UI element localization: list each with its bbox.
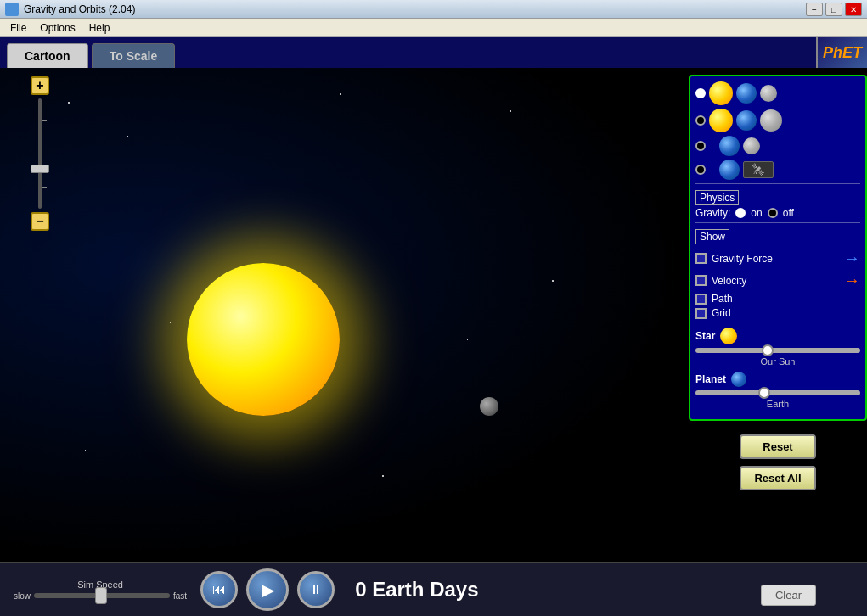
planet-slider-track[interactable] [695,390,860,395]
gravity-force-checkbox[interactable] [695,253,707,264]
velocity-label: Velocity [712,275,838,287]
preset-row-4: 🛰 [695,160,860,180]
panel-buttons: Reset Reset All [689,428,867,497]
reset-all-button[interactable]: Reset All [740,466,816,490]
show-grid: Grid [695,307,860,319]
preset-row-1 [695,81,860,105]
tab-cartoon[interactable]: Cartoon [7,43,88,68]
star-slider-track[interactable] [695,348,860,353]
window-controls: − □ ✕ [806,3,862,16]
panel-divider-2 [695,222,860,223]
show-path: Path [695,293,860,305]
planet-slider-thumb[interactable] [758,387,770,399]
bottom-bar: Sim Speed slow fast ⏮ ▶ ⏸ 0 Earth Days C… [0,562,867,616]
preset-sun-icon-2 [709,109,733,132]
speed-track-row: slow fast [14,591,187,601]
preset-sun-icon-1 [709,81,733,105]
preset-moon-icon-1 [760,85,777,102]
grid-label: Grid [712,307,731,319]
close-button[interactable]: ✕ [845,3,862,16]
planet-size-icon [731,372,746,387]
main-area: + − [0,68,867,562]
panel-divider-3 [695,322,860,322]
grid-checkbox[interactable] [695,308,707,319]
app-icon [5,3,19,16]
window-title: Gravity and Orbits (2.04) [24,3,862,15]
zoom-slider-thumb[interactable] [31,165,49,173]
zoom-track [38,98,42,209]
reset-button[interactable]: Reset [740,434,816,459]
gravity-on-label: on [751,207,762,219]
gravity-row: Gravity: on off [695,207,860,219]
minimize-button[interactable]: − [806,3,823,16]
phet-logo: PhET [816,37,867,68]
zoom-in-button[interactable]: + [31,76,49,95]
right-column: 🛰 Physics Gravity: on off Show Gravity F… [689,68,867,562]
velocity-checkbox[interactable] [695,275,707,286]
zoom-out-button[interactable]: − [31,212,49,231]
planet-label-row: Planet [695,372,860,387]
menu-file[interactable]: File [3,20,33,36]
preset-radio-4[interactable] [695,165,706,175]
gravity-force-arrow: → [843,249,860,268]
show-section-label: Show [695,229,729,244]
panel-divider-1 [695,183,860,184]
play-icon: ▶ [262,580,274,600]
preset-earth-icon-1 [736,83,757,104]
speed-slider-thumb[interactable] [95,587,107,604]
rewind-icon: ⏮ [212,582,226,597]
gravity-off-radio[interactable] [768,208,778,218]
star-text-label: Star [695,330,715,342]
planet-slider-value: Earth [695,399,860,409]
speed-area: Sim Speed slow fast [14,580,187,601]
sun-object[interactable] [187,263,340,416]
path-label: Path [712,293,733,305]
preset-earth-icon-3 [719,136,740,156]
playback-controls: ⏮ ▶ ⏸ [200,568,335,611]
speed-fast-label: fast [173,591,187,601]
planet-object[interactable] [480,397,498,416]
play-button[interactable]: ▶ [246,568,289,611]
pause-icon: ⏸ [309,582,323,597]
velocity-arrow: → [843,271,860,290]
clear-button[interactable]: Clear [761,585,816,606]
preset-moon-icon-2 [760,109,782,132]
zoom-controls: + − [31,76,49,231]
physics-section-label: Physics [695,190,739,205]
star-label-row: Star [695,328,860,344]
title-bar: Gravity and Orbits (2.04) − □ ✕ [0,0,867,19]
preset-moon-icon-3 [743,137,760,154]
right-panel: 🛰 Physics Gravity: on off Show Gravity F… [689,75,867,421]
pause-button[interactable]: ⏸ [297,571,335,608]
tab-bar: Cartoon To Scale PhET [0,37,867,68]
show-velocity: Velocity → [695,271,860,290]
path-checkbox[interactable] [695,294,707,305]
star-slider-value: Our Sun [695,356,860,367]
gravity-on-radio[interactable] [735,208,746,218]
star-slider-thumb[interactable] [762,344,774,356]
planet-text-label: Planet [695,373,726,385]
simulation-canvas: + − [0,68,689,562]
preset-earth-icon-2 [736,110,757,131]
preset-radio-2[interactable] [695,115,706,126]
preset-radio-3[interactable] [695,141,706,151]
star-slider-section: Star Our Sun [695,328,860,367]
preset-row-2 [695,109,860,132]
gravity-label: Gravity: [695,207,730,219]
menu-options[interactable]: Options [33,20,82,36]
gravity-force-label: Gravity Force [712,253,838,265]
gravity-off-label: off [783,207,794,219]
speed-slider-track[interactable] [34,593,170,598]
rewind-button[interactable]: ⏮ [200,571,238,608]
preset-radio-1[interactable] [695,88,706,98]
days-counter: 0 Earth Days [355,578,478,602]
preset-row-3 [695,136,860,156]
show-gravity-force: Gravity Force → [695,249,860,268]
planet-slider-section: Planet Earth [695,372,860,409]
tab-to-scale[interactable]: To Scale [92,43,176,68]
maximize-button[interactable]: □ [825,3,842,16]
menu-bar: File Options Help [0,19,867,37]
star-size-icon [720,328,737,344]
menu-help[interactable]: Help [82,20,117,36]
preset-satellite-icon: 🛰 [743,161,774,178]
